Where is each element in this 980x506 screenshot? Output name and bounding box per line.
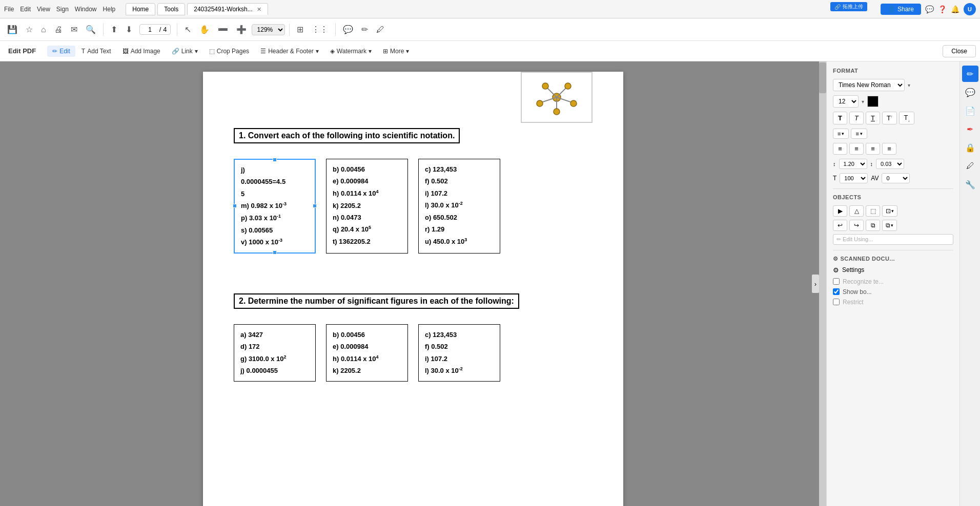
handle-bottom[interactable] xyxy=(273,250,277,255)
zoom-out-btn[interactable]: ➖ xyxy=(215,23,231,36)
browser-tabs: Home Tools 240325491-Worksh... ✕ xyxy=(126,3,876,15)
underline-button[interactable]: T xyxy=(866,112,880,124)
fr-comments-btn[interactable]: 💬 xyxy=(962,84,978,100)
tab-active-doc[interactable]: 240325491-Worksh... ✕ xyxy=(187,3,268,15)
fr-sign-btn[interactable]: 🖊 xyxy=(962,158,978,174)
show-borders-checkbox[interactable] xyxy=(833,288,840,295)
prev-page-btn[interactable]: ⬆ xyxy=(108,23,120,36)
scrollbar[interactable] xyxy=(819,61,826,506)
bell-icon-btn[interactable]: 🔔 xyxy=(951,5,959,13)
save-btn[interactable]: 💾 xyxy=(4,23,21,36)
subscript-button[interactable]: T↓ xyxy=(899,112,914,124)
mail-btn[interactable]: ✉ xyxy=(68,23,80,36)
tab-tools[interactable]: Tools xyxy=(157,3,185,15)
edit-tool-crop-btn[interactable]: ⬚ Crop Pages xyxy=(204,46,254,57)
fr-redact-btn[interactable]: ✒ xyxy=(962,121,978,137)
s2-col2-box[interactable]: b) 0.00456 e) 0.000984 h) 0.0114 x 104 k… xyxy=(326,324,408,382)
align-obj-btn[interactable]: ⊡▾ xyxy=(882,205,897,217)
col2-box[interactable]: b) 0.00456 e) 0.000984 h) 0.0114 x 104 k… xyxy=(326,159,408,254)
help-icon-btn[interactable]: ❓ xyxy=(938,5,947,13)
menu-window[interactable]: Window xyxy=(75,6,97,13)
line-spacing-select[interactable]: 1.20 1.0 1.5 2.0 xyxy=(839,159,867,169)
share-button[interactable]: 👤 Share xyxy=(881,4,921,15)
undo-btn[interactable]: ↩ xyxy=(833,220,847,231)
zoom-select[interactable]: 129% 100% 150% 75% xyxy=(252,24,285,35)
ordered-list-btn[interactable]: ≡ ▾ xyxy=(851,129,867,139)
edit-tool-header-btn[interactable]: ☰ Header & Footer ▾ xyxy=(255,46,324,57)
col1-selected[interactable]: j) 0.0000455=4.5 5 m) 0.982 x 10-3 p) 3.… xyxy=(234,159,316,254)
handle-right[interactable] xyxy=(313,204,317,208)
edit-tool-edit-btn[interactable]: ✏ Edit xyxy=(47,46,75,57)
align-left-btn[interactable]: ≡ xyxy=(833,143,847,155)
superscript-button[interactable]: T↑ xyxy=(882,112,897,124)
addtext-icon: T xyxy=(81,48,85,55)
thumbnail-btn[interactable]: ⋮⋮ xyxy=(309,23,331,36)
bookmark-btn[interactable]: ☆ xyxy=(23,23,36,36)
comment-btn[interactable]: 💬 xyxy=(340,23,356,36)
font-select[interactable]: Times New Roman Arial Helvetica xyxy=(833,79,905,91)
settings-label[interactable]: Settings xyxy=(842,266,864,273)
edit-pen-btn[interactable]: 🖊 xyxy=(373,23,387,36)
page-input[interactable] xyxy=(143,26,157,33)
align-center-btn[interactable]: ≡ xyxy=(849,143,864,155)
fr-pages-btn[interactable]: 📄 xyxy=(962,102,978,119)
s2-col3-box[interactable]: c) 123,453 f) 0.502 i) 107.2 l) 30.0 x 1… xyxy=(418,324,500,382)
col1-line5: p) 3.03 x 10-1 xyxy=(241,212,309,224)
edit-using-btn[interactable]: ✏ Edit Using... xyxy=(833,234,953,245)
edit-tool-link-btn[interactable]: 🔗 Link ▾ xyxy=(167,46,203,57)
edit-tool-more-btn[interactable]: ⊞ More ▾ xyxy=(378,46,414,57)
crop-obj-btn[interactable]: ⬚ xyxy=(866,205,880,217)
unordered-list-btn[interactable]: ≡ ▾ xyxy=(833,129,849,139)
home-btn[interactable]: ⌂ xyxy=(38,23,49,36)
copy-obj-btn[interactable]: ⧉ xyxy=(866,220,880,231)
restrict-checkbox[interactable] xyxy=(833,299,840,305)
redo-btn[interactable]: ↪ xyxy=(849,220,864,231)
menu-help[interactable]: Help xyxy=(103,6,116,13)
handle-top[interactable] xyxy=(273,158,277,162)
paste-obj-btn[interactable]: ⧉▾ xyxy=(882,220,897,231)
fr-edit-btn[interactable]: ✏ xyxy=(962,66,978,82)
play-btn[interactable]: ▶ xyxy=(833,205,847,217)
tab-close-btn[interactable]: ✕ xyxy=(257,6,261,13)
edit-tool-addtext-btn[interactable]: T Add Text xyxy=(76,46,116,57)
close-button[interactable]: Close xyxy=(943,45,976,57)
svg-point-4 xyxy=(565,83,571,89)
bold-button[interactable]: T xyxy=(833,112,847,124)
pdf-viewer[interactable]: › xyxy=(0,61,826,506)
shape-btn[interactable]: △ xyxy=(849,205,864,217)
recognize-checkbox[interactable] xyxy=(833,278,840,285)
chat-icon-btn[interactable]: 💬 xyxy=(925,5,934,13)
tracking-select[interactable]: 0 50 100 xyxy=(882,173,910,183)
scrollbar-thumb[interactable] xyxy=(819,62,826,93)
edit-tool-watermark-btn[interactable]: ◈ Watermark ▾ xyxy=(325,46,377,57)
fr-tools-btn[interactable]: 🔧 xyxy=(962,176,978,193)
view-mode-btn[interactable]: ⊞ xyxy=(294,23,307,36)
user-avatar[interactable]: U xyxy=(964,3,976,15)
para-spacing-select[interactable]: 0.03 0.0 0.1 xyxy=(876,159,904,169)
baseline-select[interactable]: 100 80 120 xyxy=(840,173,868,183)
print-btn[interactable]: 🖨 xyxy=(51,23,66,36)
align-right-btn[interactable]: ≡ xyxy=(866,143,880,155)
menu-edit[interactable]: Edit xyxy=(20,6,31,13)
fr-protect-btn[interactable]: 🔒 xyxy=(962,139,978,156)
align-justify-btn[interactable]: ≡ xyxy=(882,143,896,155)
col3-box[interactable]: c) 123,453 f) 0.502 i) 107.2 l) 30.0 x 1… xyxy=(418,159,500,254)
pen-btn[interactable]: ✏ xyxy=(358,23,371,36)
panel-collapse-btn[interactable]: › xyxy=(812,275,819,293)
menu-file[interactable]: File xyxy=(4,6,14,13)
zoom-in-btn[interactable]: ➕ xyxy=(233,23,250,36)
italic-button[interactable]: T xyxy=(849,112,864,124)
crop-icon: ⬚ xyxy=(209,48,215,55)
search-btn[interactable]: 🔍 xyxy=(83,23,99,36)
hand-tool-btn[interactable]: ✋ xyxy=(196,23,213,36)
fontsize-select[interactable]: 12 10 14 16 xyxy=(833,95,859,108)
next-page-btn[interactable]: ⬇ xyxy=(122,23,135,36)
menu-sign[interactable]: Sign xyxy=(56,6,69,13)
menu-view[interactable]: View xyxy=(37,6,50,13)
edit-tool-addimage-btn[interactable]: 🖼 Add Image xyxy=(117,46,166,57)
s2-col1-box[interactable]: a) 3427 d) 172 g) 3100.0 x 102 j) 0.0000… xyxy=(234,324,316,382)
color-swatch[interactable] xyxy=(867,96,879,107)
tab-home[interactable]: Home xyxy=(126,3,155,15)
cursor-tool-btn[interactable]: ↖ xyxy=(181,23,194,36)
handle-left[interactable] xyxy=(233,204,237,208)
